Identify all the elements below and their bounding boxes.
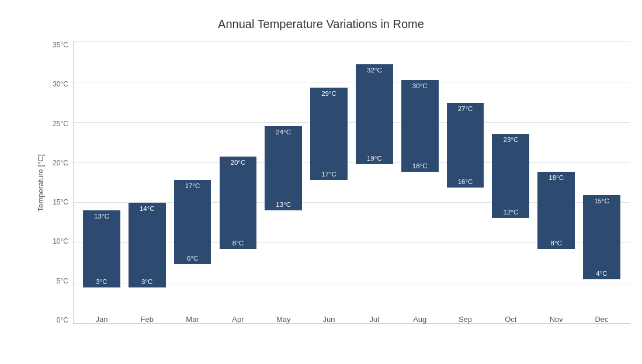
bar-min-label: 8°C xyxy=(232,240,244,249)
bar-min-label: 6°C xyxy=(187,255,198,264)
bars-row: 13°C3°CJan14°C3°CFeb17°C6°CMar20°C8°CApr… xyxy=(73,41,630,324)
temperature-bar: 14°C3°C xyxy=(129,203,166,287)
bar-wrapper: 17°C6°C xyxy=(171,41,214,310)
x-axis-label: Nov xyxy=(550,315,563,324)
bar-min-label: 3°C xyxy=(96,278,107,287)
temperature-bar: 17°C6°C xyxy=(174,180,211,265)
x-axis-label: Oct xyxy=(505,315,516,324)
bar-wrapper: 15°C4°C xyxy=(580,41,624,310)
y-tick: 5°C xyxy=(57,278,68,285)
bar-wrapper: 29°C17°C xyxy=(307,41,351,310)
bar-max-label: 32°C xyxy=(367,64,382,74)
y-tick: 30°C xyxy=(53,81,68,88)
temperature-bar: 27°C16°C xyxy=(447,103,484,188)
bar-wrapper: 32°C19°C xyxy=(352,41,396,310)
bar-max-label: 15°C xyxy=(594,195,609,204)
chart-area: Temperature [°C] 35°C30°C25°C20°C15°C10°… xyxy=(47,41,630,324)
bar-min-label: 19°C xyxy=(367,155,382,164)
bar-min-label: 3°C xyxy=(141,278,152,287)
bar-group: 24°C13°CMay xyxy=(262,41,306,324)
bar-group: 30°C18°CAug xyxy=(398,41,442,324)
bar-max-label: 30°C xyxy=(412,80,428,89)
bar-max-label: 23°C xyxy=(504,134,519,143)
chart-container: Annual Temperature Variations in Rome Te… xyxy=(0,0,642,364)
y-tick: 0°C xyxy=(57,317,68,324)
bar-max-label: 13°C xyxy=(94,210,109,220)
y-tick: 25°C xyxy=(53,120,68,127)
bar-group: 14°C3°CFeb xyxy=(125,41,169,324)
x-axis-label: Jan xyxy=(95,315,107,324)
bar-group: 27°C16°CSep xyxy=(443,41,487,324)
bar-group: 29°C17°CJun xyxy=(307,41,351,324)
temperature-bar: 13°C3°C xyxy=(83,210,120,287)
bar-group: 32°C19°CJul xyxy=(352,41,396,324)
x-axis-label: Mar xyxy=(186,315,199,324)
bar-group: 13°C3°CJan xyxy=(79,41,123,324)
bar-max-label: 29°C xyxy=(321,88,336,97)
bar-wrapper: 27°C16°C xyxy=(443,41,487,310)
y-tick: 20°C xyxy=(53,160,68,167)
chart-title: Annual Temperature Variations in Rome xyxy=(12,18,630,31)
bar-group: 18°C8°CNov xyxy=(535,41,578,324)
x-axis-label: Jul xyxy=(370,315,380,324)
bar-min-label: 18°C xyxy=(412,162,428,172)
bar-wrapper: 20°C8°C xyxy=(216,41,260,310)
y-tick: 15°C xyxy=(53,199,68,206)
bar-max-label: 20°C xyxy=(231,157,246,166)
x-axis-label: Apr xyxy=(232,315,244,324)
bar-wrapper: 14°C3°C xyxy=(125,41,169,310)
temperature-bar: 18°C8°C xyxy=(537,172,575,248)
bar-group: 17°C6°CMar xyxy=(171,41,214,324)
bar-max-label: 18°C xyxy=(549,172,564,181)
bar-min-label: 4°C xyxy=(596,270,607,279)
bar-group: 20°C8°CApr xyxy=(216,41,260,324)
bar-min-label: 8°C xyxy=(551,240,562,249)
y-tick: 10°C xyxy=(53,238,68,245)
bar-max-label: 14°C xyxy=(140,203,155,212)
y-axis-label: Temperature [°C] xyxy=(36,154,45,211)
bar-min-label: 16°C xyxy=(458,178,473,188)
bar-max-label: 24°C xyxy=(276,126,291,136)
bar-group: 23°C12°COct xyxy=(489,41,533,324)
x-axis-label: Sep xyxy=(459,315,472,324)
bar-min-label: 17°C xyxy=(321,171,336,180)
bar-group: 15°C4°CDec xyxy=(580,41,624,324)
x-axis-label: Feb xyxy=(141,315,154,324)
bar-wrapper: 24°C13°C xyxy=(262,41,306,310)
bar-min-label: 13°C xyxy=(276,201,291,210)
y-axis: 35°C30°C25°C20°C15°C10°C5°C0°C xyxy=(47,41,73,324)
bar-wrapper: 13°C3°C xyxy=(79,41,123,310)
bar-min-label: 12°C xyxy=(504,209,519,218)
plot-area: 13°C3°CJan14°C3°CFeb17°C6°CMar20°C8°CApr… xyxy=(73,41,630,324)
temperature-bar: 23°C12°C xyxy=(492,134,529,219)
x-axis-label: Jun xyxy=(323,315,335,324)
bar-wrapper: 23°C12°C xyxy=(489,41,533,310)
temperature-bar: 30°C18°C xyxy=(401,80,439,172)
bar-wrapper: 30°C18°C xyxy=(398,41,442,310)
y-tick: 35°C xyxy=(53,41,68,48)
temperature-bar: 29°C17°C xyxy=(310,88,348,180)
bar-wrapper: 18°C8°C xyxy=(535,41,578,310)
temperature-bar: 15°C4°C xyxy=(583,195,620,280)
temperature-bar: 20°C8°C xyxy=(220,157,257,249)
x-axis-label: Aug xyxy=(413,315,426,324)
temperature-bar: 24°C13°C xyxy=(265,126,302,211)
bar-max-label: 17°C xyxy=(185,180,200,189)
bar-max-label: 27°C xyxy=(458,103,473,112)
x-axis-label: Dec xyxy=(595,315,608,324)
x-axis-label: May xyxy=(276,315,291,324)
temperature-bar: 32°C19°C xyxy=(356,64,393,164)
